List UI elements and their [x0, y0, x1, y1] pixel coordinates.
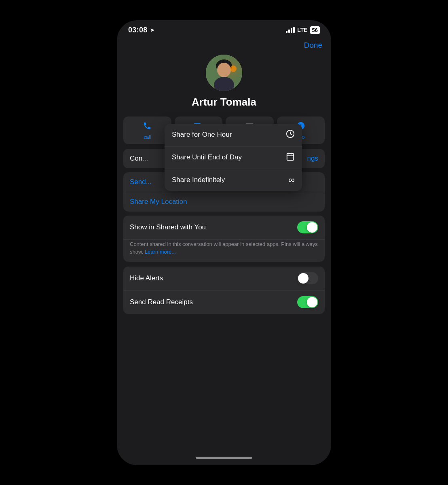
video-button[interactable]: video	[175, 116, 223, 144]
action-buttons-row: call video mail	[123, 116, 325, 144]
home-indicator-bar	[196, 457, 252, 459]
mail-button[interactable]: mail	[226, 116, 274, 144]
send-location-card: Send... Share My Location	[123, 172, 325, 212]
toggle-thumb-alerts	[298, 273, 309, 284]
done-button-container: Done	[123, 38, 325, 55]
hide-alerts-row: Hide Alerts	[123, 267, 325, 290]
toggle-thumb-receipts	[307, 297, 317, 307]
shared-with-you-toggle[interactable]	[297, 221, 318, 233]
signal-bar-3	[291, 28, 292, 33]
info-icon	[296, 121, 305, 133]
send-read-receipts-row: Send Read Receipts	[123, 290, 325, 314]
contact-section-card: Con... ngs	[123, 149, 325, 168]
shared-with-you-sublabel: Content shared in this conversation will…	[123, 239, 325, 262]
contact-row: Con... ngs	[123, 149, 325, 168]
call-button[interactable]: call	[123, 116, 171, 144]
hide-alerts-toggle[interactable]	[297, 272, 318, 284]
learn-more-link[interactable]: Learn more...	[145, 249, 176, 255]
signal-bar-4	[293, 27, 295, 33]
signal-bars	[286, 27, 295, 33]
contact-name: Artur Tomala	[192, 96, 256, 108]
status-bar: 03:08 ➤ LTE 56	[117, 20, 331, 38]
main-content: Done	[117, 38, 331, 453]
send-read-receipts-label: Send Read Receipts	[130, 298, 193, 306]
video-label: video	[192, 134, 204, 140]
phone-screen: 03:08 ➤ LTE 56 Done	[117, 20, 331, 465]
lte-label: LTE	[297, 27, 307, 33]
home-indicator	[117, 453, 331, 465]
share-my-location-label: Share My Location	[130, 198, 187, 206]
shared-with-you-label: Show in Shared with You	[130, 223, 206, 231]
battery-indicator: 56	[310, 26, 320, 34]
settings-label: ngs	[307, 155, 318, 163]
status-icons: LTE 56	[286, 26, 320, 34]
send-read-receipts-toggle[interactable]	[297, 296, 318, 308]
hide-alerts-label: Hide Alerts	[130, 274, 163, 282]
signal-bar-1	[286, 31, 287, 33]
video-icon	[194, 122, 203, 132]
mail-icon	[245, 122, 254, 132]
mail-label: mail	[245, 134, 254, 140]
shared-with-you-row: Show in Shared with You	[123, 216, 325, 239]
call-icon	[143, 121, 152, 133]
avatar-image	[206, 55, 242, 91]
send-label: Send...	[130, 178, 152, 186]
location-icon: ➤	[150, 27, 155, 33]
alerts-receipts-card: Hide Alerts Send Read Receipts	[123, 267, 325, 314]
toggle-thumb-shared	[307, 222, 317, 233]
info-label: info	[297, 134, 304, 140]
battery-level: 56	[312, 27, 318, 33]
signal-bar-2	[288, 30, 290, 33]
svg-point-3	[217, 63, 231, 77]
share-my-location-row[interactable]: Share My Location	[123, 192, 325, 212]
info-button[interactable]: info	[277, 116, 325, 144]
send-row[interactable]: Send...	[123, 172, 325, 192]
avatar	[206, 55, 242, 91]
profile-section: Artur Tomala	[123, 55, 325, 108]
contact-label: Con...	[130, 155, 148, 163]
done-button[interactable]: Done	[304, 41, 322, 49]
shared-with-you-card: Show in Shared with You Content shared i…	[123, 216, 325, 262]
status-time: 03:08	[128, 26, 148, 34]
svg-point-5	[230, 66, 237, 72]
call-label: call	[144, 134, 151, 140]
